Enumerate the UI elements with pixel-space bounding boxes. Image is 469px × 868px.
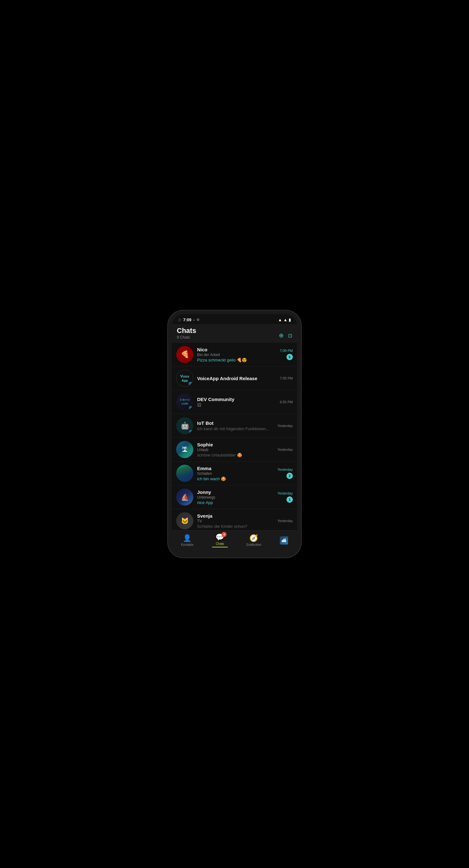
bottom-nav: 👤 Kontakte 💬 4 Chats 🧭 Entdecken 🏙: [172, 530, 297, 554]
profile-avatar: 🏙: [280, 536, 288, 545]
avatar: 🐱: [176, 512, 193, 529]
nav-item-profile[interactable]: 🏙: [280, 536, 288, 545]
pizza-icon: 🍕: [176, 346, 193, 363]
chat-meta: 7:05 PM: [280, 376, 293, 380]
chat-subtitle: Bei der Arbeit: [197, 352, 277, 357]
wifi-icon: ▲: [278, 317, 282, 322]
chat-list: 🍕 Nico Bei der Arbeit Pizza schmeckt gei…: [172, 343, 297, 530]
unread-badge: 2: [287, 473, 293, 479]
list-item[interactable]: ⛵ Jonny Unterwegs nice App Yesterday 1: [172, 485, 297, 509]
chat-subtitle: Schlafen: [197, 471, 275, 476]
chat-preview: nice App: [197, 500, 275, 505]
cat-icon: 🐱: [181, 517, 189, 525]
chat-content: Jonny Unterwegs nice App: [197, 490, 275, 505]
page-title: Chats: [177, 327, 196, 335]
unread-badge: 1: [287, 496, 293, 503]
avatar: 🤖 🌐: [176, 417, 193, 434]
chat-meta: Yesterday: [277, 424, 293, 428]
add-group-icon[interactable]: ⊕: [279, 332, 284, 339]
chat-preview: Pizza schmeckt geilo 🍕😍: [197, 358, 277, 363]
chat-meta: Yesterday 2: [277, 468, 293, 479]
chat-name: VoiceApp Android Release: [197, 376, 277, 381]
chat-subtitle: Unterwegs: [197, 495, 275, 500]
chat-meta: 6:55 PM: [280, 400, 293, 404]
active-indicator: [212, 547, 228, 548]
nav-item-entdecken[interactable]: 🧭 Entdecken: [246, 534, 261, 547]
aurora-visual: [176, 465, 193, 482]
globe-badge: 🌐: [188, 381, 193, 386]
status-time: 7:09: [183, 317, 192, 322]
notification-icon: ▪: [193, 318, 195, 322]
chat-name: Svenja: [197, 513, 275, 519]
nature-icon: 🏝: [182, 446, 188, 453]
chat-preview: ich bin wach 🤩: [197, 476, 275, 481]
list-item[interactable]: VoiceApp 🌐 VoiceApp Android Release 7:05…: [172, 367, 297, 390]
contact-icon: 👤: [183, 534, 192, 542]
chat-time: Yesterday: [277, 519, 293, 523]
avatar: 🏝: [176, 441, 193, 458]
device-icon[interactable]: ⊡: [288, 333, 292, 339]
header-actions: ⊕ ⊡: [279, 332, 292, 340]
chat-time: Yesterday: [277, 491, 293, 495]
app-header: Chats 9 Chats ⊕ ⊡: [172, 324, 297, 343]
chat-preview: Schlafen die Kinder schon?: [197, 524, 275, 529]
chat-meta: Yesterday: [277, 447, 293, 452]
chat-time: Yesterday: [277, 468, 293, 471]
nav-item-chats[interactable]: 💬 4 Chats: [212, 533, 228, 548]
image-icon: 🖼: [197, 403, 201, 407]
chat-content: VoiceApp Android Release: [197, 376, 277, 381]
chat-name: Jonny: [197, 490, 275, 495]
chat-subtitle: TV: [197, 519, 275, 523]
avatar: {<br>}code 🌐: [176, 394, 193, 410]
chat-time: 7:05 PM: [280, 376, 293, 380]
signal-icon: ▲: [283, 317, 287, 322]
chat-time: 6:55 PM: [280, 400, 293, 404]
list-item[interactable]: {<br>}code 🌐 DEV Community 🖼 6:55 PM: [172, 390, 297, 414]
chat-time: Yesterday: [277, 424, 293, 428]
settings-icon: ⚙: [197, 318, 200, 322]
list-item[interactable]: 🐱 Svenja TV Schlafen die Kinder schon? Y…: [172, 509, 297, 530]
chat-preview: 🖼: [197, 403, 277, 407]
list-item[interactable]: 🤖 🌐 IoT Bot Ich kann dir mit folgenden F…: [172, 414, 297, 438]
nav-label-kontakte: Kontakte: [181, 543, 193, 547]
status-left: 7:09 ▪ ⚙: [178, 317, 200, 322]
phone-frame: 7:09 ▪ ⚙ ▲ ▲ ▮ Chats 9 Chats ⊕ ⊡: [168, 310, 301, 558]
avatar: 🍕: [176, 346, 193, 363]
profile-icon: 🏙: [282, 538, 286, 543]
chat-content: Svenja TV Schlafen die Kinder schon?: [197, 513, 275, 529]
chat-name: Sophie: [197, 442, 275, 447]
chat-name: DEV Community: [197, 397, 277, 402]
chat-meta: Yesterday 1: [277, 491, 293, 503]
page-subtitle: 9 Chats: [177, 335, 196, 340]
list-item[interactable]: 🏝 Sophie Urlaub schöne Urlaubsbilder 🤩 Y…: [172, 438, 297, 462]
chat-content: Sophie Urlaub schöne Urlaubsbilder 🤩: [197, 442, 275, 458]
globe-badge: 🌐: [188, 405, 193, 410]
chat-name: IoT Bot: [197, 421, 275, 426]
chat-content: IoT Bot Ich kann dir mit folgenden Funkt…: [197, 421, 275, 431]
chat-subtitle: Urlaub: [197, 447, 275, 452]
chat-preview: Ich kann dir mit folgenden Funktionen...: [197, 426, 275, 431]
unread-badge: 5: [287, 354, 293, 360]
avatar: [176, 465, 193, 482]
boat-icon: ⛵: [181, 493, 189, 501]
battery-icon: ▮: [289, 317, 291, 322]
globe-badge: 🌐: [188, 429, 193, 434]
camera-dot: [178, 318, 181, 321]
list-item[interactable]: 🍕 Nico Bei der Arbeit Pizza schmeckt gei…: [172, 343, 297, 367]
chat-content: DEV Community 🖼: [197, 397, 277, 407]
phone-screen: 7:09 ▪ ⚙ ▲ ▲ ▮ Chats 9 Chats ⊕ ⊡: [172, 314, 297, 554]
chat-content: Emma Schlafen ich bin wach 🤩: [197, 466, 275, 481]
list-item[interactable]: Emma Schlafen ich bin wach 🤩 Yesterday 2: [172, 462, 297, 485]
chats-badge: 4: [222, 532, 227, 537]
status-icons: ▲ ▲ ▮: [278, 317, 291, 322]
chat-meta: 7:09 PM 5: [280, 349, 293, 360]
chat-name: Emma: [197, 466, 275, 471]
nav-label-entdecken: Entdecken: [246, 543, 261, 547]
avatar: VoiceApp 🌐: [176, 370, 193, 387]
discover-icon: 🧭: [250, 534, 258, 542]
nav-item-kontakte[interactable]: 👤 Kontakte: [181, 534, 193, 547]
header-title-group: Chats 9 Chats: [177, 327, 196, 340]
chat-meta: Yesterday: [277, 519, 293, 523]
chat-time: 7:09 PM: [280, 349, 293, 352]
chat-name: Nico: [197, 347, 277, 352]
